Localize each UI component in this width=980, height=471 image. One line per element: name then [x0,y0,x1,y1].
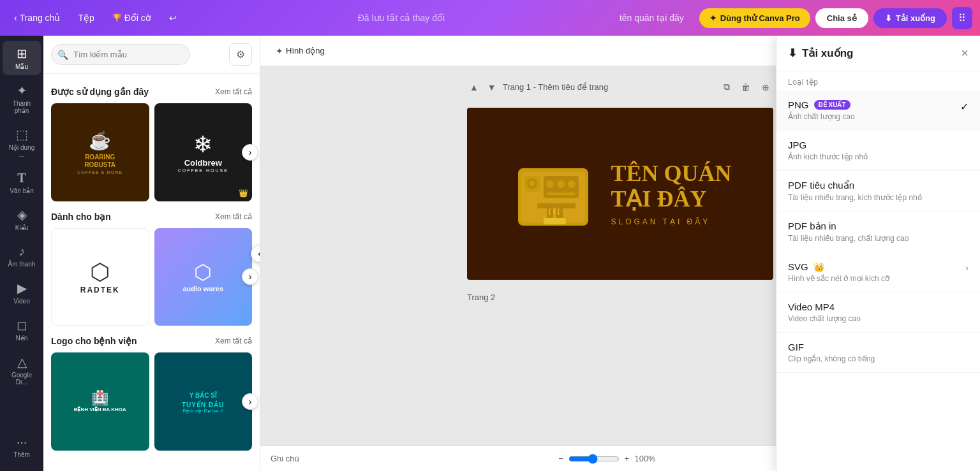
next-arrow-hospital[interactable]: › [242,393,258,410]
saved-status: Đã lưu tất cả thay đổi [188,13,614,23]
try-pro-button[interactable]: ✦ Dùng thử Canva Pro [699,8,810,28]
svg-rect-13 [544,218,566,224]
coldbrew-sub: COFFEE HOUSE [178,168,228,173]
template-roaring-robusta[interactable]: ☕ ROARINGROBUSTA COFFEE & MORE [51,103,149,201]
star-icon: ✦ [709,13,716,23]
file-type-png[interactable]: PNG ĐỀ XUẤT Ảnh chất lượng cao ✓ [776,91,980,131]
canvas-page-2[interactable] [467,315,773,366]
svg-point-3 [546,180,554,188]
topbar: ‹ Trang chủ Tệp 🏆 Đổi cờ ↩ Đã lưu tất cả… [0,0,980,36]
filter-button[interactable]: ⚙ [229,43,252,66]
template-grid-hospital: 🏥 BỆNH VIỆN ĐA KHOA Y BÁC SĨ TUYẾN ĐẦU B… [51,352,252,451]
share-button[interactable]: Chia sẻ [815,8,868,28]
png-desc: Ảnh chất lượng cao [788,112,855,121]
see-all-foryou[interactable]: Xem tất cả [215,212,252,221]
undo-button[interactable]: ↩ [163,9,183,27]
sidebar-item-am-thanh[interactable]: ♪ Âm thanh [3,239,41,273]
next-arrow-recent[interactable]: › [242,144,258,161]
file-type-svg[interactable]: SVG 👑 Hình vẽ sắc nét ở mọi kích cỡ › [776,252,980,293]
zoom-percent: 100% [634,454,655,463]
background-icon: ◻ [17,317,27,333]
sidebar-item-mau[interactable]: ⊞ Mẫu [3,41,41,75]
document-name[interactable]: tên quán tại đây [620,13,684,23]
file-type-pdf-print[interactable]: PDF bản in Tài liệu nhiều trang, chất lư… [776,212,980,252]
template-grid-foryou: ⬡ RADTEK ⬡ audio wares › [51,228,252,326]
download-panel-header: ⬇ Tải xuống × [776,36,980,71]
close-download-panel-button[interactable]: × [961,46,969,61]
file-type-gif[interactable]: GIF Clip ngắn, không có tiếng [776,333,980,373]
sidebar-item-label: Âm thanh [8,261,36,268]
page-copy-button[interactable]: ⧉ [720,79,734,95]
check-icon: ✓ [960,101,969,113]
recommend-badge: ĐỀ XUẤT [814,100,850,110]
sidebar-item-noi-dung[interactable]: ⬚ Nội dung ... [3,122,41,163]
sidebar-item-kieu[interactable]: ◈ Kiểu [3,202,41,236]
template-coldbrew[interactable]: ❄ Coldbrew COFFEE HOUSE 👑 [154,103,253,201]
sidebar-item-them[interactable]: ··· Thêm [3,430,41,463]
zoom-plus-icon[interactable]: + [625,454,630,463]
coffee-machine-illustration [509,149,598,238]
home-label: Trang chủ [20,13,61,23]
sidebar-item-google-drive[interactable]: △ Google Dr... [3,349,41,391]
hospital1-text: BỆNH VIỆN ĐA KHOA [74,407,126,412]
template-hospital2[interactable]: Y BÁC SĨ TUYẾN ĐẦU Bệnh viện Đại học Y [154,352,253,451]
next-arrow-foryou[interactable]: › [242,268,258,285]
template-audio-wares[interactable]: ⬡ audio wares [154,228,253,326]
section-header-foryou: Dành cho bạn Xem tất cả [51,212,252,222]
canvas-page-1[interactable]: TÊN QUÁN TẠI ĐÂY SLOGAN TẠI ĐÂY [467,108,773,280]
canvas-text-block[interactable]: TÊN QUÁN TẠI ĐÂY SLOGAN TẠI ĐÂY [611,161,731,226]
page1-nav-up[interactable]: ▲ [467,81,481,94]
svg-crown-icon: 👑 [813,262,824,272]
roaring-sub: COFFEE & MORE [77,170,122,175]
page-add-button[interactable]: ⊕ [758,79,773,95]
sidebar-item-van-ban[interactable]: T Văn bản [3,166,41,199]
download-button[interactable]: ⬇ Tải xuống [873,8,947,28]
sidebar-item-label: Nội dung ... [6,144,37,158]
section-header-recent: Được sử dụng gần đây Xem tất cả [51,87,252,97]
gif-desc: Clip ngắn, không có tiếng [788,354,875,363]
cube-icon: ⬡ [194,260,212,284]
sidebar-item-video[interactable]: ▶ Video [3,275,41,310]
canvas-slogan[interactable]: SLOGAN TẠI ĐÂY [611,217,731,226]
video-mp4-name: Video MP4 [788,301,861,312]
see-all-hospital[interactable]: Xem tất cả [215,337,252,345]
animated-button[interactable]: ✦ Hình động [271,42,330,60]
search-wrapper: 🔍 [51,44,224,65]
sidebar-item-thanh-phan[interactable]: ✦ Thành phần [3,78,41,119]
notes-label[interactable]: Ghi chú [271,454,299,463]
svg-name: SVG 👑 [788,261,889,272]
template-radtek[interactable]: ⬡ RADTEK [51,228,149,326]
zoom-minus-icon[interactable]: − [558,454,563,463]
sidebar-item-nen[interactable]: ◻ Nền [3,312,41,347]
see-all-recent[interactable]: Xem tất cả [215,87,252,96]
elements-icon: ✦ [17,83,27,98]
more-options-button[interactable]: ⠿ [952,7,972,29]
zoom-slider[interactable] [568,454,620,464]
download-icon: ⬇ [885,13,892,23]
crown-badge: 👑 [239,189,248,198]
title-line2: TẠI ĐÂY [611,187,731,212]
page2-label: Trang 2 [467,293,495,302]
file-type-pdf-standard[interactable]: PDF tiêu chuẩn Tài liệu nhiều trang, kíc… [776,171,980,212]
template-hospital1[interactable]: 🏥 BỆNH VIỆN ĐA KHOA [51,352,149,451]
roaring-title: ROARINGROBUSTA [84,154,115,169]
file-type-jpg[interactable]: JPG Ảnh kích thước tệp nhỏ [776,131,980,171]
back-home-button[interactable]: ‹ Trang chủ [8,9,66,27]
canvas-main-title[interactable]: TÊN QUÁN TẠI ĐÂY [611,161,731,212]
file-menu-button[interactable]: Tệp [71,9,100,27]
page1-nav-down[interactable]: ▼ [485,81,499,94]
template-panel: 🔍 ⚙ Được sử dụng gần đây Xem tất cả ☕ RO… [43,36,260,471]
try-pro-label: Dùng thử Canva Pro [720,13,800,23]
svg-rect-12 [556,208,563,218]
animation-icon: ✦ [276,46,283,56]
upgrade-button[interactable]: 🏆 Đổi cờ [106,9,158,27]
page-delete-button[interactable]: 🗑 [738,79,754,95]
text-icon: T [17,171,26,185]
download-panel: ⬇ Tải xuống × Loại tệp PNG ĐỀ XUẤT Ảnh c… [776,36,980,471]
left-sidebar: ⊞ Mẫu ✦ Thành phần ⬚ Nội dung ... T Văn … [0,36,43,471]
content-icon: ⬚ [16,127,28,142]
search-input[interactable] [51,44,190,65]
pdf-print-desc: Tài liệu nhiều trang, chất lượng cao [788,234,909,243]
file-type-video-mp4[interactable]: Video MP4 Video chất lượng cao [776,293,980,333]
page1-label: Trang 1 - Thêm tiêu đề trang [503,82,609,92]
